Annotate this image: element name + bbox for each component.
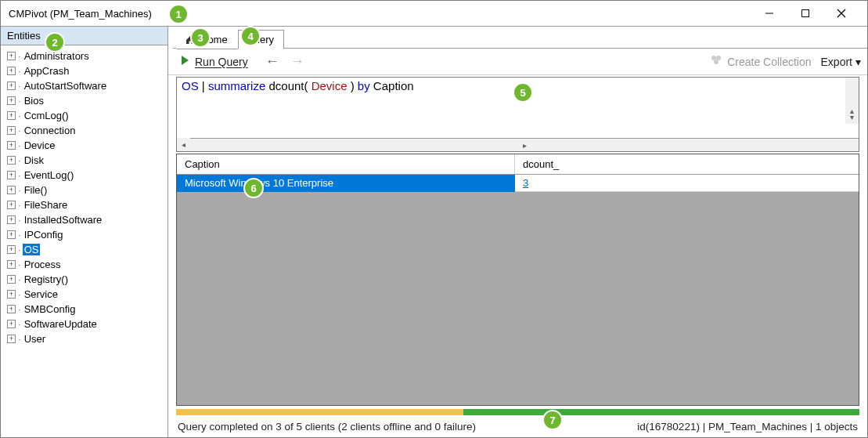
tree-connector-icon: · (18, 110, 21, 121)
expand-icon[interactable]: + (7, 52, 16, 60)
scroll-right-icon[interactable]: ▸ (190, 138, 859, 151)
entity-label: Bios (23, 95, 45, 107)
entities-sidebar: Entities +·Administrators+·AppCrash+·Aut… (1, 26, 168, 437)
entity-item-appcrash[interactable]: +·AppCrash (2, 63, 166, 78)
editor-scrollbar-horizontal[interactable]: ◂ ▸ (177, 138, 859, 151)
tree-connector-icon: · (18, 333, 21, 345)
column-header-caption[interactable]: Caption (177, 154, 515, 174)
entity-label: EventLog() (23, 169, 76, 181)
entity-item-installedsoftware[interactable]: +·InstalledSoftware (2, 212, 166, 227)
maximize-button[interactable] (787, 2, 823, 25)
expand-icon[interactable]: + (7, 67, 16, 75)
tree-connector-icon: · (18, 80, 21, 92)
expand-icon[interactable]: + (7, 156, 16, 165)
expand-icon[interactable]: + (7, 81, 16, 90)
expand-icon[interactable]: + (7, 96, 16, 105)
scroll-left-icon[interactable]: ◂ (177, 138, 190, 151)
collection-icon (710, 54, 722, 69)
expand-icon[interactable]: + (7, 335, 16, 343)
entity-item-eventlog[interactable]: +·EventLog() (2, 168, 166, 183)
nav-back-button[interactable]: ← (265, 53, 279, 70)
svg-point-4 (711, 56, 716, 60)
expand-icon[interactable]: + (7, 290, 16, 299)
tree-connector-icon: · (18, 288, 21, 300)
entity-label: Service (23, 288, 59, 300)
expand-icon[interactable]: + (7, 126, 16, 135)
expand-icon[interactable]: + (7, 201, 16, 209)
window-title: CMPivot (PM_Team_Machines) (9, 8, 152, 20)
scroll-down-icon[interactable]: ▾ (845, 110, 859, 124)
run-query-button[interactable]: Run Query (175, 52, 253, 71)
entity-label: Administrators (23, 50, 91, 62)
expand-icon[interactable]: + (7, 186, 16, 194)
expand-icon[interactable]: + (7, 275, 16, 284)
expand-icon[interactable]: + (7, 260, 16, 269)
tree-connector-icon: · (18, 318, 21, 330)
entity-item-administrators[interactable]: +·Administrators (2, 49, 166, 63)
entity-item-bios[interactable]: +·Bios (2, 93, 166, 108)
entity-item-autostartsoftware[interactable]: +·AutoStartSoftware (2, 78, 166, 93)
entity-label: OS (23, 244, 41, 255)
expand-icon[interactable]: + (7, 305, 16, 313)
tree-connector-icon: · (18, 214, 21, 226)
tree-connector-icon: · (18, 154, 21, 166)
tree-connector-icon: · (18, 259, 21, 270)
annotation-badge-4: 4 (242, 27, 259, 45)
cell-dcount: 3 (515, 175, 859, 192)
create-collection-label: Create Collection (727, 56, 811, 68)
tree-connector-icon: · (18, 303, 21, 315)
expand-icon[interactable]: + (7, 230, 16, 239)
annotation-badge-1: 1 (170, 5, 187, 23)
results-grid: Caption dcount_ Microsoft Windows 10 Ent… (176, 154, 859, 406)
entity-item-user[interactable]: +·User (2, 331, 166, 346)
entity-item-connection[interactable]: +·Connection (2, 123, 166, 138)
export-button[interactable]: Export ▾ (821, 56, 861, 68)
results-row[interactable]: Microsoft Windows 10 Enterprise 3 (177, 175, 859, 192)
tree-connector-icon: · (18, 244, 21, 255)
create-collection-button[interactable]: Create Collection (710, 54, 811, 69)
nav-forward-button[interactable]: → (290, 53, 304, 70)
entity-item-process[interactable]: +·Process (2, 257, 166, 272)
entity-item-os[interactable]: +·OS (2, 242, 166, 257)
progress-bar (176, 409, 859, 415)
status-bar: Query completed on 3 of 5 clients (2 cli… (168, 415, 867, 437)
title-bar: CMPivot (PM_Team_Machines) (1, 1, 867, 26)
entity-item-smbconfig[interactable]: +·SMBConfig (2, 302, 166, 317)
annotation-badge-5: 5 (514, 84, 531, 101)
entity-item-file[interactable]: +·File() (2, 183, 166, 197)
entities-tree[interactable]: +·Administrators+·AppCrash+·AutoStartSof… (1, 45, 167, 437)
entities-header: Entities (1, 27, 167, 45)
expand-icon[interactable]: + (7, 111, 16, 120)
tree-connector-icon: · (18, 65, 21, 77)
entity-item-registry[interactable]: +·Registry() (2, 272, 166, 287)
entity-item-disk[interactable]: +·Disk (2, 153, 166, 168)
entity-label: Registry() (23, 273, 70, 285)
svg-point-5 (716, 56, 721, 60)
entity-item-ipconfig[interactable]: +·IPConfig (2, 227, 166, 242)
entity-item-ccmlog[interactable]: +·CcmLog() (2, 108, 166, 123)
expand-icon[interactable]: + (7, 141, 16, 150)
entity-item-service[interactable]: +·Service (2, 287, 166, 302)
close-button[interactable] (823, 2, 859, 25)
annotation-badge-3: 3 (192, 29, 209, 46)
run-query-label: Run Query (195, 56, 248, 68)
expand-icon[interactable]: + (7, 171, 16, 179)
expand-icon[interactable]: + (7, 245, 16, 254)
tree-connector-icon: · (18, 273, 21, 285)
editor-scrollbar-vertical[interactable]: ▴ ▾ (845, 78, 859, 124)
minimize-button[interactable] (751, 2, 787, 25)
column-header-dcount[interactable]: dcount_ (515, 154, 859, 174)
tree-connector-icon: · (18, 184, 21, 196)
svg-point-6 (714, 60, 719, 64)
expand-icon[interactable]: + (7, 215, 16, 224)
tree-connector-icon: · (18, 95, 21, 107)
entity-label: SMBConfig (23, 303, 77, 315)
entity-item-device[interactable]: +·Device (2, 138, 166, 153)
expand-icon[interactable]: + (7, 320, 16, 328)
annotation-badge-2: 2 (46, 34, 63, 51)
query-toolbar: Run Query ← → Create Collection Export ▾ (168, 49, 867, 75)
dcount-link[interactable]: 3 (523, 177, 528, 189)
entity-item-fileshare[interactable]: +·FileShare (2, 197, 166, 212)
entity-label: Process (23, 259, 63, 270)
entity-item-softwareupdate[interactable]: +·SoftwareUpdate (2, 317, 166, 331)
